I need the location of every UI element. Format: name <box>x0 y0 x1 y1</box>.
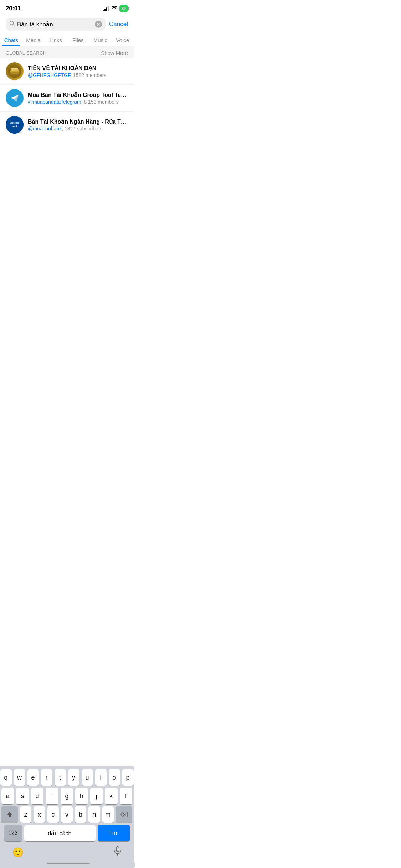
result-info: Bán Tài Khoản Ngân Hàng - Rửa Tiền... @m… <box>28 118 128 131</box>
list-item[interactable]: Vietcom bank Bán Tài Khoản Ngân Hàng - R… <box>0 112 134 138</box>
list-item[interactable]: Mua Bán Tài Khoản Group Tool Teleg... @m… <box>0 85 134 112</box>
avatar <box>6 62 24 80</box>
avatar: Vietcom bank <box>6 116 24 134</box>
result-handle: @muabandataTelegram <box>28 99 81 105</box>
result-handle: @GFHFGHGFTGF <box>28 72 70 78</box>
status-bar: 20:01 89 <box>0 0 134 15</box>
list-item[interactable]: TIỀN VỀ TÀI KHOẢN BẠN @GFHFGHGFTGF, 1582… <box>0 58 134 85</box>
search-input[interactable] <box>17 21 93 28</box>
search-input-wrap[interactable] <box>6 18 106 31</box>
result-meta: , 8 153 members <box>81 99 119 105</box>
result-title: Mua Bán Tài Khoản Group Tool Teleg... <box>28 92 128 98</box>
result-subtitle: @muabanbank, 1827 subscribers <box>28 126 128 131</box>
result-handle: @muabanbank <box>28 126 62 131</box>
battery-icon: 89 <box>119 5 128 12</box>
clear-button[interactable] <box>95 21 102 28</box>
result-info: Mua Bán Tài Khoản Group Tool Teleg... @m… <box>28 92 128 105</box>
svg-line-1 <box>13 25 15 26</box>
result-info: TIỀN VỀ TÀI KHOẢN BẠN @GFHFGHGFTGF, 1582… <box>28 65 128 78</box>
search-bar[interactable]: Cancel <box>0 15 134 33</box>
show-more-button[interactable]: Show More <box>101 50 128 56</box>
svg-point-8 <box>6 116 24 134</box>
svg-rect-7 <box>11 74 19 75</box>
tab-chats[interactable]: Chats <box>0 33 22 46</box>
global-search-header: GLOBAL SEARCH Show More <box>0 46 134 58</box>
search-results: TIỀN VỀ TÀI KHOẢN BẠN @GFHFGHGFTGF, 1582… <box>0 58 134 138</box>
cancel-button[interactable]: Cancel <box>109 21 128 28</box>
svg-text:Vietcom: Vietcom <box>10 122 19 124</box>
avatar <box>6 89 24 107</box>
wifi-icon <box>111 6 117 11</box>
filter-tabs: Chats Media Links Files Music Voice <box>0 33 134 46</box>
tab-music[interactable]: Music <box>89 33 112 46</box>
result-subtitle: @muabandataTelegram, 8 153 members <box>28 99 128 105</box>
svg-rect-5 <box>11 68 18 69</box>
svg-rect-3 <box>10 71 19 72</box>
search-icon <box>9 21 15 28</box>
svg-text:bank: bank <box>12 125 17 128</box>
status-icons: 89 <box>103 5 128 12</box>
result-meta: , 1827 subscribers <box>62 126 102 131</box>
tab-voice[interactable]: Voice <box>112 33 134 46</box>
signal-icon <box>103 6 109 11</box>
tab-files[interactable]: Files <box>67 33 89 46</box>
result-title: Bán Tài Khoản Ngân Hàng - Rửa Tiền... <box>28 118 128 125</box>
global-search-label: GLOBAL SEARCH <box>6 50 47 56</box>
result-subtitle: @GFHFGHGFTGF, 1582 members <box>28 72 128 78</box>
result-meta: , 1582 members <box>70 72 106 78</box>
status-time: 20:01 <box>6 5 21 12</box>
svg-rect-6 <box>10 72 19 74</box>
svg-rect-4 <box>11 69 19 71</box>
result-title: TIỀN VỀ TÀI KHOẢN BẠN <box>28 65 128 72</box>
tab-media[interactable]: Media <box>22 33 45 46</box>
tab-links[interactable]: Links <box>45 33 67 46</box>
